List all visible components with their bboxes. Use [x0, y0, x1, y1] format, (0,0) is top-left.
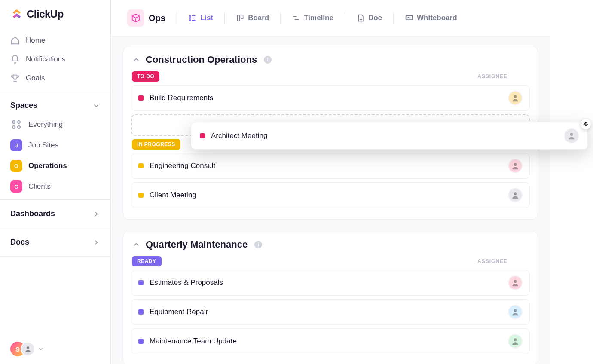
team-avatar — [21, 342, 35, 356]
dragging-task[interactable]: Architect Meeting ✥ — [191, 122, 588, 150]
status-square — [138, 163, 144, 168]
grid-icon — [10, 119, 22, 131]
task-title: Estimates & Proposals — [150, 278, 223, 287]
main-area: Ops List Board Timeline Doc — [111, 0, 550, 364]
divider — [0, 92, 110, 92]
nav-goals[interactable]: Goals — [0, 69, 110, 88]
status-square — [138, 309, 144, 315]
task-row[interactable]: Equipment Repair — [131, 299, 530, 325]
nav-label: Home — [26, 36, 45, 45]
status-square — [138, 193, 144, 198]
task-title: Maintenance Team Update — [150, 337, 237, 346]
view-timeline[interactable]: Timeline — [287, 10, 338, 26]
nav-dashboards[interactable]: Dashboards — [0, 202, 110, 225]
bell-icon — [10, 55, 20, 64]
chevron-right-icon — [92, 210, 100, 218]
view-label: Board — [248, 14, 269, 22]
assignee-avatar[interactable] — [508, 305, 523, 319]
divider — [0, 256, 110, 257]
primary-nav: Home Notifications Goals — [0, 29, 110, 89]
chevron-down-icon — [92, 102, 100, 110]
divider — [280, 12, 281, 24]
status-pill[interactable]: TO DO — [132, 71, 159, 82]
board-icon — [236, 14, 245, 22]
assignee-avatar[interactable] — [508, 188, 523, 202]
nav-label: Goals — [26, 74, 45, 83]
status-pill[interactable]: IN PROGRESS — [132, 139, 180, 150]
view-doc[interactable]: Doc — [352, 10, 386, 26]
topbar: Ops List Board Timeline Doc — [111, 0, 550, 37]
svg-point-5 — [190, 20, 191, 21]
svg-point-3 — [190, 18, 191, 19]
timeline-icon — [292, 14, 300, 22]
assignee-avatar[interactable] — [508, 159, 523, 173]
view-list[interactable]: List — [184, 10, 217, 26]
space-badge: J — [10, 139, 22, 151]
status-pill[interactable]: READY — [132, 256, 162, 266]
task-title: Equipment Repair — [150, 308, 208, 316]
space-job-sites[interactable]: J Job Sites — [0, 135, 110, 156]
section-title: Dashboards — [10, 209, 55, 218]
svg-point-16 — [514, 192, 517, 195]
nav-home[interactable]: Home — [0, 31, 110, 50]
divider — [0, 199, 110, 200]
task-row[interactable]: Client Meeting — [131, 182, 530, 208]
task-row[interactable]: Maintenance Team Update — [131, 328, 530, 354]
space-label: Clients — [28, 182, 51, 191]
clickup-logo-icon — [10, 8, 23, 21]
divider — [224, 12, 225, 24]
collapse-icon[interactable] — [132, 240, 141, 249]
assignee-avatar[interactable] — [564, 128, 579, 143]
view-label: List — [200, 14, 213, 22]
divider — [0, 228, 110, 228]
view-whiteboard[interactable]: Whiteboard — [400, 10, 462, 26]
svg-point-0 — [27, 346, 29, 349]
spaces-header[interactable]: Spaces — [0, 95, 110, 114]
task-row[interactable]: Engineering Consult — [131, 153, 530, 179]
info-icon[interactable]: i — [264, 56, 272, 64]
view-label: Whiteboard — [417, 14, 457, 22]
task-title: Architect Meeting — [211, 132, 267, 140]
doc-icon — [356, 14, 365, 22]
current-space-chip[interactable]: Ops — [123, 7, 170, 29]
collapse-icon[interactable] — [132, 55, 141, 64]
svg-point-17 — [514, 280, 517, 283]
svg-point-14 — [514, 95, 517, 98]
user-menu[interactable]: S — [0, 334, 110, 364]
assignee-avatar[interactable] — [508, 334, 523, 349]
chevron-right-icon — [92, 239, 100, 246]
task-row[interactable]: Build Requirements — [131, 85, 530, 111]
space-everything[interactable]: Everything — [0, 114, 110, 135]
nav-notifications[interactable]: Notifications — [0, 50, 110, 69]
trophy-icon — [10, 73, 20, 83]
task-row[interactable]: Estimates & Proposals — [131, 270, 530, 296]
divider — [393, 12, 394, 24]
status-square — [200, 133, 205, 138]
status-square — [138, 280, 144, 285]
view-label: Doc — [368, 14, 382, 22]
cube-icon — [127, 9, 144, 27]
home-icon — [10, 36, 20, 45]
info-icon[interactable]: i — [254, 241, 262, 248]
space-title: Ops — [149, 13, 165, 23]
svg-rect-7 — [237, 15, 239, 21]
nav-docs[interactable]: Docs — [0, 231, 110, 254]
panel-title: Quarterly Maintenance — [146, 239, 248, 250]
content-area: Construction Operations i TO DO ASSIGNEE… — [111, 37, 550, 364]
section-title: Docs — [10, 238, 29, 247]
view-board[interactable]: Board — [232, 10, 273, 26]
column-header-assignee: ASSIGNEE — [477, 73, 507, 80]
space-clients[interactable]: C Clients — [0, 176, 110, 197]
task-panel: Quarterly Maintenance i READY ASSIGNEE E… — [123, 231, 538, 364]
brand-logo[interactable]: ClickUp — [0, 8, 110, 29]
task-title: Build Requirements — [150, 94, 213, 102]
status-square — [138, 339, 144, 344]
assignee-avatar[interactable] — [508, 275, 523, 290]
space-label: Operations — [28, 162, 67, 170]
svg-point-1 — [190, 15, 191, 17]
space-operations[interactable]: O Operations — [0, 156, 110, 176]
list-icon — [188, 14, 197, 22]
assignee-avatar[interactable] — [508, 91, 523, 105]
svg-point-18 — [514, 309, 517, 312]
svg-point-19 — [514, 338, 517, 341]
